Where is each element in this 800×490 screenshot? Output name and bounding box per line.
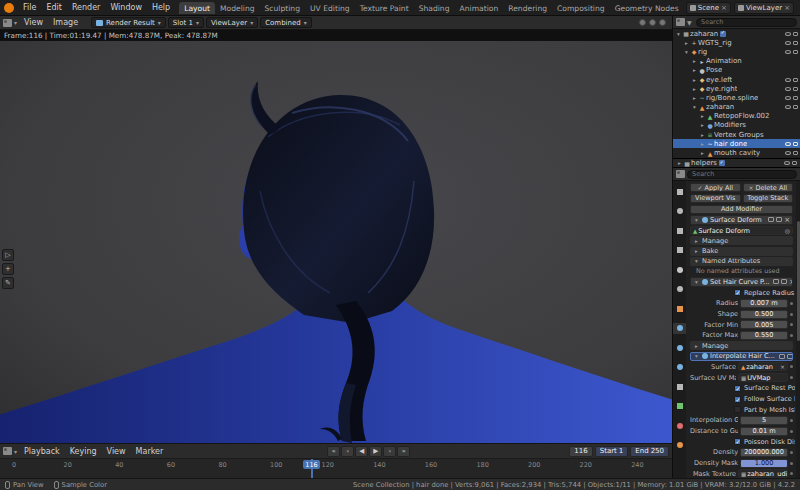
property-field-density-mask[interactable]: 1.000 [740,459,788,468]
display-in-viewport-icon[interactable] [779,354,785,359]
expander-icon[interactable]: ▾ [693,353,700,359]
disable-in-render-icon[interactable] [793,78,798,82]
property-field-factor-min[interactable]: 0.005 [740,320,788,329]
properties-tab-view-layer[interactable] [673,245,686,256]
properties-tab-object[interactable] [673,303,686,314]
expander-icon[interactable]: ▾ [683,49,690,55]
properties-tab-world[interactable] [673,284,686,295]
checkbox-row-poisson-disk-distr[interactable]: Poisson Disk Distr... [688,437,795,447]
editor-type-dropdown-icon[interactable]: ▾ [14,19,17,26]
checkbox[interactable] [734,406,741,413]
disable-in-render-icon[interactable] [793,151,798,155]
menu-render[interactable]: Render [67,3,105,12]
editor-type-timeline-icon[interactable] [3,447,12,455]
animate-property-icon[interactable] [790,323,793,326]
workspace-tab-modeling[interactable]: Modeling [215,2,260,14]
remove-modifier-icon[interactable]: × [784,216,790,224]
property-field-mask-texture[interactable]: ▦zaharan_udi... [738,469,788,478]
animate-property-icon[interactable] [790,376,793,379]
properties-tab-render[interactable] [673,206,686,217]
menu-edit[interactable]: Edit [41,3,67,12]
disable-in-render-icon[interactable] [792,161,797,165]
properties-search-input[interactable] [687,170,797,179]
hide-in-viewport-icon[interactable] [785,142,791,146]
menu-window[interactable]: Window [105,3,147,12]
frame-end-field[interactable]: End 250 [630,446,669,457]
disable-in-render-icon[interactable] [793,32,798,36]
workspace-tab-sculpting[interactable]: Sculpting [260,2,305,14]
workspace-tab-shading[interactable]: Shading [414,2,455,14]
blender-logo-icon[interactable] [4,3,14,13]
outliner-row-eye-left[interactable]: ▸◆eye.left [673,75,800,84]
workspace-tab-rendering[interactable]: Rendering [503,2,552,14]
animate-property-icon[interactable] [790,462,793,465]
collection-checkbox[interactable] [720,31,726,37]
disable-in-render-icon[interactable] [793,41,798,45]
workspace-tab-texture-paint[interactable]: Texture Paint [355,2,414,14]
render-slot-selector[interactable]: Slot 1 ▾ [168,17,204,28]
outliner-row-vertex-groups[interactable]: ▸≡Vertex Groups [673,130,800,139]
outliner-row-zaharan[interactable]: ▾▲zaharan [673,103,800,112]
toggle-stack-button[interactable]: Toggle Stack [743,194,794,203]
scene-unlink-icon[interactable]: × [721,4,727,12]
outliner-row-animation[interactable]: ▸▸Animation [673,57,800,66]
hide-in-viewport-icon[interactable] [785,32,791,36]
expander-icon[interactable]: ▾ [693,258,700,264]
workspace-tab-geometry-nodes[interactable]: Geometry Nodes [610,2,684,14]
workspace-tab-compositing[interactable]: Compositing [552,2,610,14]
hide-in-viewport-icon[interactable] [785,96,791,100]
property-field-surface[interactable]: ▲zaharan× [738,362,788,371]
expander-icon[interactable]: ▸ [699,113,706,119]
property-field-interpolation-gu[interactable]: 5 [740,416,788,425]
properties-tab-constraints[interactable] [673,381,686,392]
animate-property-icon[interactable] [790,472,793,475]
display-in-viewport-icon[interactable] [768,217,774,222]
hide-in-viewport-icon[interactable] [785,50,791,54]
expander-icon[interactable]: ▸ [699,150,706,156]
expander-icon[interactable]: ▸ [683,40,690,46]
expander-icon[interactable]: ▸ [676,160,683,166]
outliner-row-rig[interactable]: ▾◆rig [673,47,800,56]
expander-icon[interactable]: ▸ [699,141,706,147]
next-keyframe-button[interactable]: › [383,446,396,457]
checkbox-row-part-by-mesh-isla[interactable]: Part by Mesh Isla... [688,405,795,415]
hide-in-viewport-icon[interactable] [785,151,791,155]
animate-property-icon[interactable] [790,451,793,454]
image-datablock-selector[interactable]: Render Result ▾ [91,17,166,28]
expander-icon[interactable]: ▾ [693,279,700,285]
jump-to-start-button[interactable]: « [327,446,340,457]
animate-property-icon[interactable] [790,302,793,305]
use-in-render-icon[interactable] [776,217,782,222]
workspace-tab-layout[interactable]: Layout [179,2,215,14]
outliner-search-input[interactable] [696,18,797,27]
use-in-render-icon[interactable] [781,279,787,284]
view-layer-selector[interactable]: ViewLayer × [734,2,794,14]
property-field-shape[interactable]: 0.500 [740,310,788,319]
modifier-header-interpolate-hair-c[interactable]: ▾Interpolate Hair C...× [690,352,793,362]
properties-tab-modifiers[interactable] [673,323,686,334]
expander-icon[interactable]: ▸ [691,58,698,64]
image-editor-menu-view[interactable]: View [19,18,48,27]
animate-property-icon[interactable] [790,313,793,316]
properties-tab-texture[interactable] [673,440,686,451]
property-field-density[interactable]: 200000.000 [740,448,788,457]
property-field-radius[interactable]: 0.007 m [740,299,788,308]
outliner-row-hair-done[interactable]: ▸~hair done [673,139,800,148]
clear-icon[interactable]: × [780,363,785,370]
menu-help[interactable]: Help [147,3,175,12]
outliner-row-pose[interactable]: ▸●Pose [673,66,800,75]
playhead-frame-label[interactable]: 116 [303,460,319,469]
editor-type-properties-icon[interactable] [676,170,685,178]
object-field-surface-deform[interactable]: ▲Surface Deform◎ [690,226,793,235]
properties-tab-particles[interactable] [673,342,686,353]
outliner-row-mouth-cavity[interactable]: ▸▲mouth cavity [673,148,800,157]
modifier-header-surface-deform[interactable]: ▾Surface Deform× [690,215,793,225]
outliner-row-retopoflow-002[interactable]: ▸▲RetopoFlow.002 [673,112,800,121]
disable-in-render-icon[interactable] [793,105,798,109]
annotate-tool-icon[interactable]: ✎ [2,277,14,289]
properties-tab-object-data[interactable] [673,401,686,412]
checkbox[interactable] [734,438,741,445]
workspace-tab-animation[interactable]: Animation [455,2,504,14]
animate-property-icon[interactable] [790,365,793,368]
timeline-menu-playback[interactable]: Playback [19,447,65,456]
